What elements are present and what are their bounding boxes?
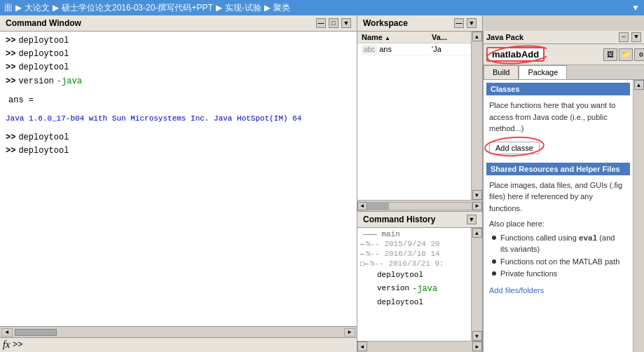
- blank-3: [6, 126, 351, 131]
- java-package-header: Java Pack — ▼: [484, 31, 644, 44]
- also-label: Also place here:: [486, 218, 630, 229]
- java-options-btn[interactable]: ▼: [631, 32, 641, 42]
- command-history-panel: Command History ▼ ——— main — %-- 2015/9/…: [357, 212, 482, 352]
- col-value-header[interactable]: Va...: [427, 32, 471, 43]
- add-classes-button[interactable]: Add classe: [489, 142, 540, 154]
- options-btn[interactable]: ▼: [341, 18, 351, 28]
- command-footer: fx >>: [0, 337, 357, 352]
- command-window-panel: Command Window — □ ▼ >> deploytool >> de…: [0, 15, 357, 352]
- hist-group-1[interactable]: — %-- 2015/9/24 20: [357, 239, 471, 249]
- ans-line: ans =: [6, 94, 351, 107]
- breadcrumb-sep2: ▶: [53, 3, 59, 13]
- breadcrumb-2: 硕士学位论文2016-03-20-撰写代码+PPT: [62, 2, 213, 14]
- workspace-body: Name ▲ Va... abc ans 'Ja: [357, 32, 482, 200]
- prompt-2: >>: [6, 48, 15, 61]
- col-name-header[interactable]: Name ▲: [357, 32, 427, 43]
- hist-date-1: %-- 2015/9/24 20: [366, 240, 440, 248]
- workspace-title: Workspace: [363, 18, 408, 28]
- hist-group-2[interactable]: — %-- 2016/3/10 14: [357, 249, 471, 259]
- breadcrumb-3: 实现-试验: [225, 2, 261, 14]
- java-package-panel: Java Pack — ▼ matlabAdd 🖼 📁 ⚙ ❓ Build: [483, 31, 644, 352]
- history-controls: ▼: [467, 215, 477, 224]
- hist-cmd-deploytool-1: deploytool: [377, 269, 423, 281]
- ws-name-cell: abc ans: [357, 43, 427, 55]
- bullet-text-1: Functions called using eval (and its var…: [500, 233, 624, 255]
- ws-hscroll-right[interactable]: ►: [472, 202, 482, 210]
- minimize-btn[interactable]: —: [316, 18, 326, 28]
- hist-group-3[interactable]: □— %-- 2016/3/21 9:: [357, 259, 471, 269]
- panel-controls: — □ ▼: [316, 18, 351, 28]
- java-vscrollbar[interactable]: ▲ ▼: [633, 80, 644, 352]
- toolbar-btn-1[interactable]: 🖼: [603, 48, 617, 61]
- ws-value-cell: 'Ja: [427, 43, 471, 55]
- add-files-link[interactable]: Add files/folders: [486, 283, 630, 297]
- java-version-output: Java 1.6.0_17-b04 with Sun Microsystems …: [6, 113, 301, 126]
- hist-hscroll-right[interactable]: ►: [472, 341, 482, 351]
- scroll-thumb-h[interactable]: [15, 329, 57, 336]
- toolbar-btn-3[interactable]: ⚙: [634, 48, 644, 61]
- maximize-btn[interactable]: □: [329, 18, 338, 28]
- bullet-dot-3: [492, 271, 496, 276]
- breadcrumb-sep4: ▶: [264, 3, 270, 13]
- history-hscrollbar[interactable]: ◄ ►: [357, 341, 482, 352]
- prompt-6: >>: [6, 144, 15, 158]
- hist-item-version[interactable]: version -java: [357, 282, 471, 296]
- hist-scroll-up[interactable]: ▲: [472, 228, 482, 238]
- hist-hscroll-track: [367, 341, 472, 351]
- workspace-vscrollbar[interactable]: ▲ ▼: [471, 32, 482, 200]
- blank-1: [6, 88, 351, 94]
- scroll-right-btn[interactable]: ►: [344, 328, 355, 337]
- java-output-line: Java 1.6.0_17-b04 with Sun Microsystems …: [6, 113, 351, 126]
- workspace-hscrollbar[interactable]: ◄ ►: [357, 200, 482, 211]
- hist-item-deploytool-2[interactable]: deploytool: [357, 296, 471, 309]
- title-bar: 面 ▶ 大论文 ▶ 硕士学位论文2016-03-20-撰写代码+PPT ▶ 实现…: [0, 0, 644, 15]
- cmd-line-3: >> deploytool: [6, 61, 351, 74]
- toolbar-btn-2[interactable]: 📁: [619, 48, 633, 61]
- history-body: ——— main — %-- 2015/9/24 20 — %-- 2016/3…: [357, 228, 482, 341]
- history-title: Command History: [363, 215, 435, 224]
- workspace-table-container[interactable]: Name ▲ Va... abc ans 'Ja: [357, 32, 471, 200]
- fx-icon: fx: [3, 339, 10, 351]
- hist-collapse-icon-2: —: [360, 250, 364, 258]
- workspace-options-btn[interactable]: ▼: [467, 18, 477, 28]
- java-panel-controls: — ▼: [619, 32, 641, 42]
- history-vscrollbar[interactable]: ▲ ▼: [471, 228, 482, 341]
- tab-build[interactable]: Build: [484, 65, 519, 79]
- java-minimize-btn[interactable]: —: [619, 32, 629, 42]
- classes-section-header: Classes: [486, 83, 630, 95]
- command-hscrollbar[interactable]: ◄ ►: [0, 326, 357, 337]
- cmd-line-2: >> deploytool: [6, 48, 351, 61]
- shared-resources-section: Shared Resources and Helper Files Place …: [486, 163, 630, 297]
- table-row[interactable]: abc ans 'Ja: [357, 43, 471, 55]
- history-options-btn[interactable]: ▼: [467, 215, 477, 224]
- hist-hscroll-left[interactable]: ◄: [357, 341, 367, 351]
- command-content[interactable]: >> deploytool >> deploytool >> deploytoo…: [0, 32, 357, 326]
- shared-section-description: Place images, data files, and GUIs (.fig…: [486, 178, 630, 216]
- workspace-panel: Workspace — ▼ Name ▲ Va...: [357, 15, 482, 212]
- hist-cmd-version: version: [377, 283, 409, 295]
- hist-item-deploytool-1[interactable]: deploytool: [357, 269, 471, 282]
- java-scroll-up[interactable]: ▲: [634, 80, 644, 90]
- hist-cmd-deploytool-2: deploytool: [377, 297, 423, 309]
- blank-2: [6, 107, 351, 113]
- ws-var-name: ans: [379, 45, 392, 53]
- hist-scroll-down[interactable]: ▼: [472, 331, 482, 341]
- bullet-list: Functions called using eval (and its var…: [486, 229, 630, 283]
- scroll-left-btn[interactable]: ◄: [1, 328, 13, 337]
- cmd-deploytool-1: deploytool: [18, 34, 69, 48]
- breadcrumb-home: 面: [4, 2, 13, 14]
- java-scroll-content[interactable]: Classes Place functions here that you wa…: [484, 80, 633, 352]
- breadcrumb-sep: ▶: [15, 3, 22, 13]
- bullet-text-2: Functions not on the MATLAB path: [500, 257, 619, 267]
- workspace-table: Name ▲ Va... abc ans 'Ja: [357, 32, 471, 55]
- ws-hscroll-left[interactable]: ◄: [357, 202, 367, 210]
- workspace-minimize-btn[interactable]: —: [454, 18, 464, 28]
- java-package-title: Java Pack: [486, 33, 523, 41]
- cmd-deploytool-4: deploytool: [18, 131, 69, 144]
- tab-package[interactable]: Package: [519, 65, 567, 79]
- ws-hscroll-thumb[interactable]: [368, 203, 389, 210]
- ws-scroll-up[interactable]: ▲: [472, 32, 482, 41]
- history-content[interactable]: ——— main — %-- 2015/9/24 20 — %-- 2016/3…: [357, 228, 471, 341]
- ws-scroll-down[interactable]: ▼: [472, 190, 482, 200]
- cmd-version: version: [18, 75, 53, 88]
